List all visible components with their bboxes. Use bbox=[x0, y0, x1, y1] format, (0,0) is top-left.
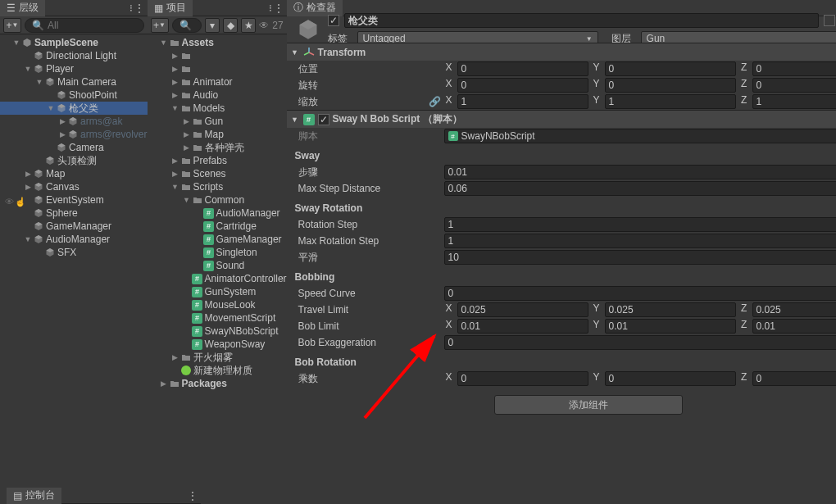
mult-y[interactable] bbox=[605, 371, 736, 386]
expand-arrow-icon[interactable]: ▶ bbox=[170, 157, 180, 165]
expand-arrow-icon[interactable]: ▼ bbox=[170, 183, 180, 191]
rot-y[interactable] bbox=[605, 78, 736, 93]
tree-item[interactable]: ▼Scripts bbox=[148, 180, 287, 193]
travel-x[interactable] bbox=[457, 302, 588, 317]
tree-item[interactable]: ▶Prefabs bbox=[148, 154, 287, 167]
project-tree[interactable]: ▼Assets▶▶▶Animator▶Audio▼Models▶Gun▶Map▶… bbox=[148, 34, 287, 504]
travel-z[interactable] bbox=[752, 302, 836, 317]
project-search[interactable]: 🔍 bbox=[172, 18, 202, 33]
speedcurve-field[interactable] bbox=[444, 286, 836, 301]
tree-item[interactable]: ▶开火烟雾 bbox=[148, 351, 287, 364]
create-button[interactable]: +▼ bbox=[3, 18, 21, 33]
scale-z[interactable] bbox=[752, 94, 836, 109]
link-icon[interactable]: 🔗 bbox=[429, 96, 441, 107]
expand-arrow-icon[interactable]: ▶ bbox=[23, 170, 33, 178]
tree-item[interactable]: ▶各种弹壳 bbox=[148, 141, 287, 154]
tree-item[interactable]: 头顶检测 bbox=[0, 154, 148, 167]
console-tab[interactable]: ▤ 控制台 bbox=[7, 488, 61, 504]
tree-item[interactable]: ▼Common bbox=[148, 193, 287, 207]
expand-arrow-icon[interactable]: ▼ bbox=[182, 196, 192, 204]
expand-arrow-icon[interactable]: ▶ bbox=[182, 130, 192, 138]
tree-item[interactable]: ▶Map bbox=[148, 128, 287, 141]
expand-arrow-icon[interactable]: ▶ bbox=[170, 170, 180, 178]
expand-arrow-icon[interactable]: ▼ bbox=[23, 65, 33, 73]
expand-arrow-icon[interactable]: ▶ bbox=[57, 130, 67, 138]
tree-item[interactable]: ▶arms@ak bbox=[0, 115, 148, 128]
rot-x[interactable] bbox=[457, 78, 588, 93]
tree-item[interactable]: ▼AudioManager bbox=[0, 233, 148, 246]
tree-item[interactable]: #AnimatorController bbox=[148, 272, 287, 285]
filter2-button[interactable]: ◆ bbox=[223, 18, 238, 33]
visibility-icon[interactable]: 👁 bbox=[5, 197, 14, 207]
tree-item[interactable]: #Cartridge bbox=[148, 220, 287, 233]
expand-arrow-icon[interactable]: ▶ bbox=[159, 379, 169, 388]
create-button[interactable]: +▼ bbox=[151, 18, 169, 33]
travel-y[interactable] bbox=[605, 302, 736, 317]
tree-item[interactable]: #SwayNBobScript bbox=[148, 325, 287, 338]
expand-arrow-icon[interactable]: ▼ bbox=[159, 39, 169, 47]
hidden-icon[interactable]: 👁 bbox=[259, 20, 269, 31]
transform-header[interactable]: ▼ Transform ? ⇄ ⋮ bbox=[287, 43, 836, 61]
name-field[interactable] bbox=[344, 13, 819, 28]
tree-item[interactable]: ▼SampleScene bbox=[0, 36, 148, 49]
tree-item[interactable]: Directional Light bbox=[0, 49, 148, 62]
rotstep-field[interactable] bbox=[444, 217, 836, 232]
script-header[interactable]: ▼ # ✓ Sway N Bob Script （脚本） ? ⇄ ⋮ bbox=[287, 110, 836, 128]
mult-z[interactable] bbox=[752, 371, 836, 386]
tree-item[interactable]: ▶ bbox=[148, 49, 287, 62]
expand-arrow-icon[interactable]: ▼ bbox=[11, 39, 21, 47]
tree-item[interactable]: ▼Main Camera bbox=[0, 75, 148, 89]
scale-x[interactable] bbox=[457, 94, 588, 109]
boblimit-z[interactable] bbox=[752, 319, 836, 334]
script-enabled-checkbox[interactable]: ✓ bbox=[318, 114, 329, 125]
hierarchy-tree[interactable]: ▼SampleSceneDirectional Light▼Player▼Mai… bbox=[0, 34, 148, 504]
tree-item[interactable]: ▼Player bbox=[0, 62, 148, 75]
tree-item[interactable]: ▶Scenes bbox=[148, 167, 287, 180]
filter-button[interactable]: ▾ bbox=[205, 18, 220, 33]
project-tab[interactable]: ▦ 项目 bbox=[148, 0, 193, 16]
script-field[interactable]: # SwayNBobScript ⊙ bbox=[444, 129, 836, 143]
expand-arrow-icon[interactable]: ▼ bbox=[23, 235, 33, 243]
tree-item[interactable]: ▶ bbox=[148, 62, 287, 75]
tree-item[interactable]: ▶Gun bbox=[148, 115, 287, 128]
tree-item[interactable]: ▼Assets bbox=[148, 36, 287, 49]
tree-item[interactable]: ▼枪父类 bbox=[0, 102, 148, 115]
hierarchy-search[interactable]: 🔍 All bbox=[25, 18, 144, 33]
tree-item[interactable]: ▶Animator bbox=[148, 75, 287, 89]
pos-y[interactable] bbox=[605, 61, 736, 76]
expand-arrow-icon[interactable]: ▶ bbox=[57, 117, 67, 125]
menu-icon[interactable]: ⋮ bbox=[188, 490, 198, 502]
lock-icon[interactable]: ⁝ bbox=[129, 2, 133, 14]
static-checkbox[interactable] bbox=[824, 15, 835, 26]
tree-item[interactable]: Camera bbox=[0, 141, 148, 154]
tree-item[interactable]: ShootPoint bbox=[0, 89, 148, 102]
star-button[interactable]: ★ bbox=[241, 18, 256, 33]
tree-item[interactable]: ▶Audio bbox=[148, 89, 287, 102]
tree-item[interactable]: Sphere bbox=[0, 207, 148, 220]
expand-arrow-icon[interactable]: ▼ bbox=[34, 78, 44, 86]
tree-item[interactable]: #GunSystem bbox=[148, 285, 287, 298]
expand-arrow-icon[interactable]: ▶ bbox=[182, 117, 192, 125]
expand-arrow-icon[interactable]: ▶ bbox=[23, 183, 33, 191]
tree-item[interactable]: #Singleton bbox=[148, 246, 287, 259]
expand-arrow-icon[interactable]: ▶ bbox=[170, 78, 180, 86]
tree-item[interactable]: 新建物理材质 bbox=[148, 364, 287, 377]
tree-item[interactable]: #Sound bbox=[148, 259, 287, 272]
tree-item[interactable]: #WeaponSway bbox=[148, 338, 287, 351]
pos-z[interactable] bbox=[752, 61, 836, 76]
bobex-field[interactable] bbox=[444, 335, 836, 350]
expand-arrow-icon[interactable]: ▼ bbox=[170, 104, 180, 112]
maxrotstep-field[interactable] bbox=[444, 234, 836, 248]
expand-arrow-icon[interactable]: ▶ bbox=[170, 91, 180, 99]
boblimit-y[interactable] bbox=[605, 319, 736, 334]
rot-z[interactable] bbox=[752, 78, 836, 93]
scale-y[interactable] bbox=[605, 94, 736, 109]
pickable-icon[interactable]: ☝ bbox=[15, 197, 26, 207]
tree-item[interactable]: ▼Models bbox=[148, 102, 287, 115]
tree-item[interactable]: ▶arms@revolver bbox=[0, 128, 148, 141]
tree-item[interactable]: #MouseLook bbox=[148, 298, 287, 311]
expand-arrow-icon[interactable]: ▼ bbox=[46, 104, 56, 112]
menu-icon[interactable]: ⋮ bbox=[274, 2, 284, 14]
expand-arrow-icon[interactable]: ▶ bbox=[170, 353, 180, 361]
boblimit-x[interactable] bbox=[457, 319, 588, 334]
